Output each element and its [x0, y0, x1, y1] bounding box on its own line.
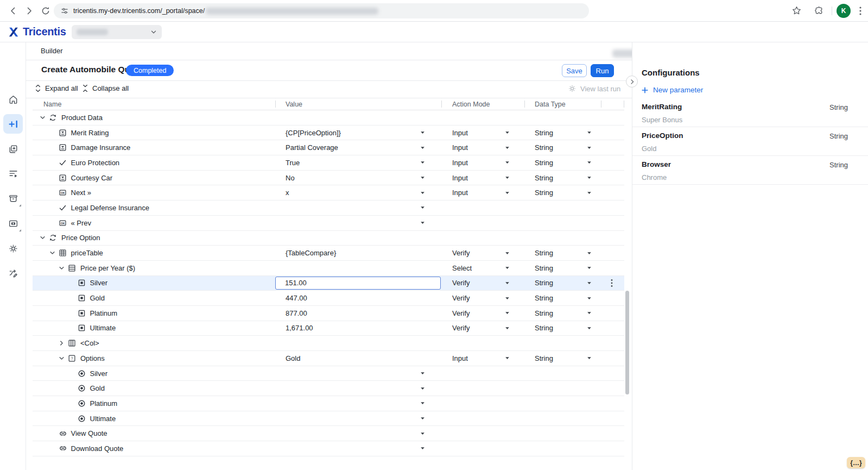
caret-down-icon[interactable] [420, 386, 425, 391]
caret-down-icon[interactable] [420, 176, 425, 180]
value-cell[interactable] [275, 411, 441, 426]
action-mode-cell[interactable]: Input [441, 185, 524, 200]
chevron-down-icon[interactable] [40, 235, 49, 241]
caret-down-icon[interactable] [587, 160, 592, 165]
caret-down-icon[interactable] [420, 160, 425, 165]
forward-icon[interactable] [24, 5, 35, 16]
chevron-down-icon[interactable] [59, 355, 68, 361]
caret-down-icon[interactable] [420, 130, 425, 135]
action-mode-cell[interactable]: Verify [441, 246, 524, 260]
address-bar[interactable]: tricentis.my-dev.tricentis.com/_portal/s… [54, 3, 589, 18]
data-type-cell[interactable]: String [524, 155, 601, 170]
action-mode-cell[interactable]: Input [441, 351, 524, 366]
value-cell[interactable] [275, 216, 441, 230]
caret-down-icon[interactable] [505, 296, 510, 300]
step-row-next[interactable]: OKNext »xInputString [33, 185, 624, 200]
value-cell[interactable]: {CP[PriceOption]} [275, 126, 441, 140]
data-type-cell[interactable]: String [524, 291, 601, 305]
caret-down-icon[interactable] [587, 325, 592, 330]
caret-down-icon[interactable] [587, 266, 592, 271]
caret-down-icon[interactable] [505, 266, 510, 271]
caret-down-icon[interactable] [505, 311, 510, 316]
collapse-all-button[interactable]: Collapse all [82, 84, 129, 92]
sidebar-item-settings-sync[interactable] [3, 239, 23, 258]
action-mode-cell[interactable]: Input [441, 140, 524, 155]
chevron-down-icon[interactable] [49, 250, 59, 256]
caret-down-icon[interactable] [505, 130, 510, 135]
step-row-price-per-year[interactable]: Price per Year ($)SelectString [33, 261, 624, 276]
step-row-damage-insurance[interactable]: Damage InsurancePartial CoverageInputStr… [33, 140, 624, 155]
value-cell[interactable] [275, 276, 441, 291]
expand-all-button[interactable]: Expand all [35, 84, 78, 92]
value-cell[interactable] [275, 441, 441, 456]
data-type-cell[interactable]: String [524, 246, 601, 260]
kebab-icon[interactable] [611, 279, 613, 287]
caret-down-icon[interactable] [587, 280, 592, 285]
bookmark-star-icon[interactable] [791, 5, 802, 16]
caret-down-icon[interactable] [587, 296, 592, 300]
step-row-legal-defense-insurance[interactable]: Legal Defense Insurance [33, 200, 624, 216]
sidebar-item-create-test[interactable] [3, 114, 23, 134]
value-cell[interactable] [275, 366, 441, 381]
widget-launcher-button[interactable]: {…} [847, 457, 865, 468]
sidebar-item-archive[interactable] [3, 189, 23, 208]
step-row-prev[interactable]: OK« Prev [33, 216, 624, 231]
caret-down-icon[interactable] [420, 371, 425, 376]
step-row-silver[interactable]: Silver [33, 366, 624, 381]
caret-down-icon[interactable] [587, 145, 592, 150]
step-row-courtesy-car[interactable]: Courtesy CarNoInputString [33, 171, 624, 186]
step-row-col[interactable]: <Col> [33, 336, 624, 351]
data-type-cell[interactable]: String [524, 126, 601, 140]
value-cell[interactable]: 1,671.00 [275, 321, 441, 336]
tricentis-logo[interactable]: Tricentis [8, 26, 66, 38]
step-row-download-quote[interactable]: Download Quote [33, 441, 624, 456]
value-cell[interactable]: Partial Coverage [275, 140, 441, 155]
step-row-euro-protection[interactable]: Euro ProtectionTrueInputString [33, 155, 624, 171]
action-mode-cell[interactable]: Input [441, 155, 524, 170]
chevron-right-icon[interactable] [59, 340, 68, 346]
caret-down-icon[interactable] [505, 160, 510, 165]
caret-down-icon[interactable] [505, 280, 510, 285]
step-row-gold[interactable]: Gold [33, 381, 624, 396]
url-text[interactable]: tricentis.my-dev.tricentis.com/_portal/s… [73, 7, 205, 15]
data-type-cell[interactable]: String [524, 306, 601, 321]
browser-menu-kebab-icon[interactable] [856, 5, 865, 17]
extensions-icon[interactable] [814, 5, 824, 16]
sidebar-item-test-list[interactable] [3, 164, 23, 183]
step-row-product-data[interactable]: Product Data [33, 110, 624, 126]
collapse-panel-button[interactable] [626, 76, 638, 87]
caret-down-icon[interactable] [420, 416, 425, 421]
save-button[interactable]: Save [562, 64, 587, 77]
caret-down-icon[interactable] [420, 401, 425, 406]
caret-down-icon[interactable] [587, 250, 592, 255]
sidebar-item-home[interactable] [3, 90, 23, 109]
data-type-cell[interactable]: String [524, 261, 601, 275]
data-type-cell[interactable]: String [524, 351, 601, 366]
caret-down-icon[interactable] [420, 190, 425, 195]
caret-down-icon[interactable] [420, 205, 425, 210]
sidebar-item-duplicate-add[interactable] [3, 139, 23, 159]
step-row-view-quote[interactable]: View Quote [33, 426, 624, 441]
step-row-price-option[interactable]: Price Option [33, 231, 624, 246]
data-type-cell[interactable]: String [524, 171, 601, 185]
caret-down-icon[interactable] [505, 190, 510, 195]
tab-builder[interactable]: Builder [41, 47, 62, 55]
action-mode-cell[interactable]: Select [441, 261, 524, 275]
step-row-merit-rating[interactable]: Merit Rating{CP[PriceOption]}InputString [33, 126, 624, 141]
caret-down-icon[interactable] [505, 325, 510, 330]
caret-down-icon[interactable] [587, 130, 592, 135]
caret-down-icon[interactable] [587, 356, 592, 361]
value-cell[interactable]: x [275, 185, 441, 200]
step-row-options[interactable]: ?OptionsGoldInputString [33, 351, 624, 366]
run-button[interactable]: Run [591, 64, 614, 77]
chevron-down-icon[interactable] [59, 265, 68, 271]
value-cell[interactable] [275, 381, 441, 396]
back-icon[interactable] [8, 5, 18, 16]
value-cell[interactable]: True [275, 155, 441, 170]
data-type-cell[interactable]: String [524, 185, 601, 200]
caret-down-icon[interactable] [420, 221, 425, 225]
value-cell[interactable] [275, 261, 441, 275]
caret-down-icon[interactable] [505, 145, 510, 150]
site-settings-icon[interactable] [60, 7, 69, 15]
action-mode-cell[interactable]: Input [441, 171, 524, 185]
